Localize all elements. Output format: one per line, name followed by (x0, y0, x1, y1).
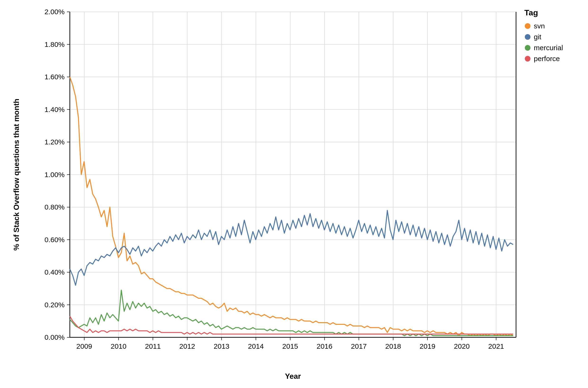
legend-title: Tag (524, 8, 538, 17)
series-line-perforce (70, 316, 513, 334)
y-tick-label: 0.40% (45, 268, 65, 276)
y-tick-label: 0.00% (45, 333, 65, 341)
y-tick-label: 0.20% (45, 301, 65, 309)
x-tick-label: 2015 (282, 342, 298, 350)
x-tick-label: 2017 (351, 342, 367, 350)
legend-label-git: git (534, 33, 541, 41)
x-tick-label: 2016 (317, 342, 332, 350)
y-tick-label: 1.00% (45, 171, 65, 178)
x-tick-label: 2021 (488, 342, 504, 350)
y-tick-label: 2.00% (45, 8, 65, 16)
x-tick-label: 2019 (420, 342, 436, 350)
chart-container: 0.00%0.20%0.40%0.60%0.80%1.00%1.20%1.40%… (0, 0, 588, 388)
x-tick-label: 2011 (145, 342, 161, 350)
legend-label-perforce: perforce (534, 55, 560, 63)
x-tick-label: 2018 (385, 342, 401, 350)
y-tick-label: 0.60% (45, 236, 65, 243)
y-axis-title: % of Stack Overflow questions that month (12, 99, 21, 251)
x-tick-label: 2013 (214, 342, 230, 350)
series-line-svn (70, 77, 513, 336)
y-tick-label: 1.60% (45, 73, 65, 81)
legend-label-mercurial: mercurial (534, 44, 563, 52)
legend-swatch-perforce (525, 56, 530, 62)
x-tick-label: 2020 (454, 342, 470, 350)
series-line-git (70, 210, 513, 285)
series-line-mercurial (70, 290, 513, 336)
legend-swatch-svn (525, 23, 530, 29)
y-tick-label: 0.80% (45, 203, 65, 211)
x-tick-label: 2012 (179, 342, 195, 350)
legend-label-svn: svn (534, 22, 545, 30)
y-tick-label: 1.80% (45, 41, 65, 48)
x-tick-label: 2009 (76, 342, 92, 350)
legend-swatch-mercurial (525, 45, 530, 51)
x-tick-label: 2014 (248, 342, 264, 350)
y-tick-label: 1.20% (45, 138, 65, 146)
line-chart: 0.00%0.20%0.40%0.60%0.80%1.00%1.20%1.40%… (0, 0, 588, 388)
x-axis-title: Year (285, 372, 301, 380)
legend-swatch-git (525, 34, 530, 40)
y-tick-label: 1.40% (45, 106, 65, 113)
x-tick-label: 2010 (111, 342, 127, 350)
